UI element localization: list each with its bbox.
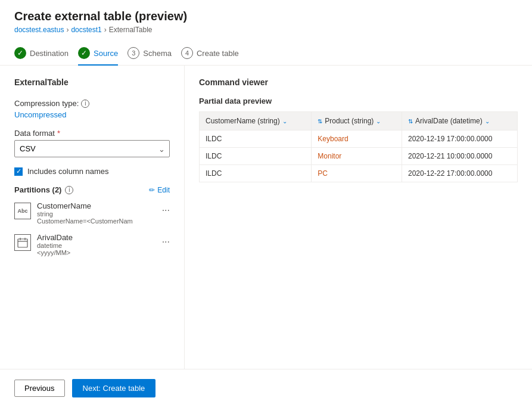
step-create-table-label: Create table bbox=[197, 49, 239, 58]
edit-button[interactable]: ✏ Edit bbox=[149, 186, 170, 194]
partition-arivaldate-icon bbox=[14, 234, 31, 251]
includes-column-names-row: ✓ Includes column names bbox=[14, 167, 170, 176]
section-title: ExternalTable bbox=[14, 77, 170, 87]
breadcrumb-sep-1: › bbox=[66, 26, 69, 34]
col-header-product[interactable]: ⇅ Product (string) ⌄ bbox=[312, 112, 402, 131]
cell-date-1: 2020-12-19 17:00:00.0000 bbox=[402, 131, 517, 148]
main-content: ExternalTable Compression type: i Uncomp… bbox=[0, 66, 532, 369]
svg-rect-0 bbox=[18, 239, 27, 247]
partition-arivaldate-name: ArivalDate bbox=[37, 233, 156, 242]
table-row: ILDC Monitor 2020-12-21 10:00:00.0000 bbox=[200, 148, 518, 165]
partition-arivaldate-formula: <yyyy/MM> bbox=[37, 249, 156, 256]
step-destination[interactable]: ✓ Destination bbox=[14, 41, 78, 65]
partition-customername-menu[interactable]: ... bbox=[162, 203, 170, 213]
breadcrumb-item-1[interactable]: docstest.eastus bbox=[14, 26, 64, 34]
partition-customername-name: CustomerName bbox=[37, 201, 156, 210]
cell-customer-2: ILDC bbox=[200, 148, 312, 165]
breadcrumb-item-3: ExternalTable bbox=[109, 26, 153, 34]
table-header-row: CustomerName (string) ⌄ ⇅ Product (strin… bbox=[200, 112, 518, 131]
cell-product-3: PC bbox=[312, 165, 402, 182]
partitions-title: Partitions (2) bbox=[14, 185, 61, 194]
includes-column-names-label: Includes column names bbox=[27, 167, 109, 176]
step-schema-label: Schema bbox=[143, 49, 172, 58]
data-format-select-wrapper: CSV JSON Parquet ORC AVRO bbox=[14, 140, 170, 157]
compression-label: Compression type: i bbox=[14, 99, 170, 108]
checkbox-check-icon: ✓ bbox=[16, 167, 21, 175]
cell-customer-3: ILDC bbox=[200, 165, 312, 182]
steps-nav: ✓ Destination ✓ Source 3 Schema 4 Create… bbox=[0, 41, 532, 66]
edit-pencil-icon: ✏ bbox=[149, 186, 155, 194]
cell-date-2: 2020-12-21 10:00:00.0000 bbox=[402, 148, 517, 165]
data-preview-table: CustomerName (string) ⌄ ⇅ Product (strin… bbox=[199, 111, 518, 182]
breadcrumb-sep-2: › bbox=[104, 26, 107, 34]
right-panel: Command viewer Partial data preview Cust… bbox=[185, 66, 532, 369]
partition-customername-icon: Abc bbox=[14, 203, 31, 219]
page-title: Create external table (preview) bbox=[14, 10, 518, 23]
table-row: ILDC Keyboard 2020-12-19 17:00:00.0000 bbox=[200, 131, 518, 148]
data-format-label: Data format * bbox=[14, 129, 170, 138]
step-source-label: Source bbox=[94, 49, 118, 58]
data-format-select[interactable]: CSV JSON Parquet ORC AVRO bbox=[14, 140, 170, 157]
col-sort-icon-arivaldate: ⌄ bbox=[485, 118, 490, 125]
step-destination-label: Destination bbox=[30, 49, 69, 58]
col-header-arivaldate[interactable]: ⇅ ArivalDate (datetime) ⌄ bbox=[402, 112, 517, 131]
col-sort-icon-customername: ⌄ bbox=[282, 118, 287, 125]
step-create-table[interactable]: 4 Create table bbox=[181, 41, 248, 65]
step-source[interactable]: ✓ Source bbox=[78, 41, 127, 65]
step-destination-check: ✓ bbox=[14, 47, 26, 59]
compression-info-icon[interactable]: i bbox=[81, 100, 89, 108]
data-format-group: Data format * CSV JSON Parquet ORC AVRO bbox=[14, 129, 170, 157]
col-sort-icon-product: ⌄ bbox=[376, 118, 381, 125]
cell-customer-1: ILDC bbox=[200, 131, 312, 148]
partition-arivaldate-type: datetime bbox=[37, 242, 156, 249]
table-row: ILDC PC 2020-12-22 17:00:00.0000 bbox=[200, 165, 518, 182]
cell-product-1: Keyboard bbox=[312, 131, 402, 148]
partition-item-customername: Abc CustomerName string CustomerName=<Cu… bbox=[14, 201, 170, 225]
col-sort-icon-pre-product: ⇅ bbox=[318, 118, 322, 125]
col-sort-icon-pre-arivaldate: ⇅ bbox=[408, 118, 413, 125]
includes-column-names-checkbox[interactable]: ✓ bbox=[14, 167, 23, 176]
cell-product-2: Monitor bbox=[312, 148, 402, 165]
required-star: * bbox=[57, 129, 60, 138]
left-panel: ExternalTable Compression type: i Uncomp… bbox=[0, 66, 185, 369]
footer: Previous Next: Create table bbox=[0, 369, 532, 407]
partition-customername-type: string bbox=[37, 210, 156, 218]
cell-date-3: 2020-12-22 17:00:00.0000 bbox=[402, 165, 517, 182]
header: Create external table (preview) docstest… bbox=[0, 0, 532, 41]
partition-item-arivaldate: ArivalDate datetime <yyyy/MM> ... bbox=[14, 233, 170, 256]
partition-arivaldate-menu[interactable]: ... bbox=[162, 234, 170, 245]
breadcrumb: docstest.eastus › docstest1 › ExternalTa… bbox=[14, 26, 518, 34]
breadcrumb-item-2[interactable]: docstest1 bbox=[71, 26, 101, 34]
partitions-info-icon[interactable]: i bbox=[65, 186, 73, 194]
partition-customername-details: CustomerName string CustomerName=<Custom… bbox=[37, 201, 156, 225]
previous-button[interactable]: Previous bbox=[14, 380, 65, 397]
partial-data-preview-title: Partial data preview bbox=[199, 97, 518, 105]
step-schema[interactable]: 3 Schema bbox=[127, 41, 181, 65]
next-create-table-button[interactable]: Next: Create table bbox=[72, 379, 156, 397]
partition-customername-formula: CustomerName=<CustomerNam bbox=[37, 218, 156, 225]
command-viewer-title: Command viewer bbox=[199, 77, 518, 87]
partitions-header: Partitions (2) i ✏ Edit bbox=[14, 185, 170, 194]
step-source-check: ✓ bbox=[78, 47, 90, 59]
step-schema-circle: 3 bbox=[127, 47, 139, 59]
partition-arivaldate-details: ArivalDate datetime <yyyy/MM> bbox=[37, 233, 156, 256]
col-header-customername[interactable]: CustomerName (string) ⌄ bbox=[200, 112, 312, 131]
compression-value[interactable]: Uncompressed bbox=[14, 110, 170, 119]
page-container: Create external table (preview) docstest… bbox=[0, 0, 532, 407]
step-create-table-circle: 4 bbox=[181, 47, 193, 59]
compression-group: Compression type: i Uncompressed bbox=[14, 99, 170, 119]
